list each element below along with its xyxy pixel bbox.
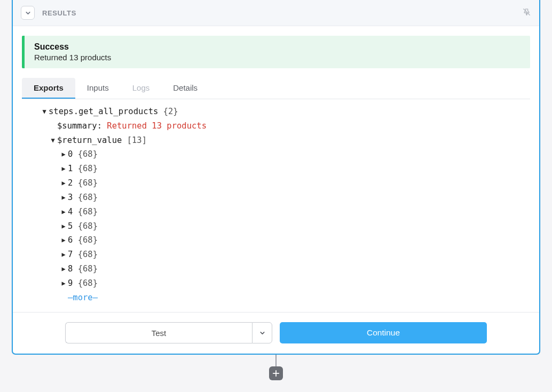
caret-right-icon[interactable] (60, 278, 67, 289)
caret-right-icon[interactable] (60, 206, 67, 218)
success-message: Returned 13 products (34, 53, 521, 62)
caret-down-icon[interactable] (50, 135, 56, 146)
step-connector (0, 355, 552, 380)
results-title: RESULTS (42, 9, 76, 17)
result-tabs: Exports Inputs Logs Details (22, 78, 530, 99)
continue-button[interactable]: Continue (280, 322, 487, 343)
tree-item[interactable]: 3 {68} (22, 190, 530, 205)
tree-summary: $summary: Returned 13 products (22, 119, 530, 133)
chevron-down-icon (25, 10, 31, 17)
tree-root[interactable]: steps.get_all_products {2} (22, 105, 530, 119)
caret-right-icon[interactable] (60, 235, 67, 246)
success-banner: Success Returned 13 products (22, 36, 530, 68)
caret-right-icon[interactable] (60, 249, 67, 260)
connector-line (275, 355, 277, 366)
test-button[interactable]: Test (65, 322, 252, 343)
tree-item[interactable]: 2 {68} (22, 176, 530, 190)
caret-right-icon[interactable] (60, 221, 67, 232)
tree-item[interactable]: 7 {68} (22, 247, 530, 262)
data-tree: steps.get_all_products {2} $summary: Ret… (22, 99, 530, 312)
tab-inputs[interactable]: Inputs (75, 78, 121, 99)
tree-item[interactable]: 4 {68} (22, 205, 530, 219)
collapse-button[interactable] (21, 6, 35, 20)
summary-value: Returned 13 products (107, 119, 207, 133)
caret-right-icon[interactable] (60, 149, 67, 160)
results-footer: Test Continue (12, 312, 540, 354)
test-dropdown-button[interactable] (252, 322, 272, 343)
tree-item[interactable]: 6 {68} (22, 233, 530, 247)
more-link[interactable]: —more— (22, 291, 530, 305)
tab-details[interactable]: Details (161, 78, 209, 99)
caret-right-icon[interactable] (60, 192, 67, 203)
plus-icon (272, 370, 280, 377)
caret-right-icon[interactable] (60, 263, 67, 275)
tree-item[interactable]: 5 {68} (22, 219, 530, 234)
tree-item[interactable]: 8 {68} (22, 262, 530, 276)
caret-down-icon[interactable] (41, 106, 48, 117)
tree-item[interactable]: 9 {68} (22, 276, 530, 291)
chevron-down-icon (259, 330, 266, 337)
tree-return-value[interactable]: $return_value [13] (22, 133, 530, 148)
results-body: Success Returned 13 products Exports Inp… (12, 26, 540, 312)
tree-item[interactable]: 1 {68} (22, 162, 530, 176)
tab-exports[interactable]: Exports (22, 78, 75, 99)
add-step-button[interactable] (269, 366, 283, 380)
success-title: Success (34, 42, 521, 52)
unpin-icon[interactable] (522, 7, 531, 19)
caret-right-icon[interactable] (60, 178, 67, 189)
caret-right-icon[interactable] (60, 163, 67, 174)
tree-item[interactable]: 0 {68} (22, 147, 530, 162)
test-button-group: Test (65, 322, 272, 343)
tab-logs: Logs (121, 78, 162, 99)
results-header: RESULTS (12, 0, 540, 26)
results-panel: RESULTS Success Returned 13 products Exp… (12, 0, 540, 355)
